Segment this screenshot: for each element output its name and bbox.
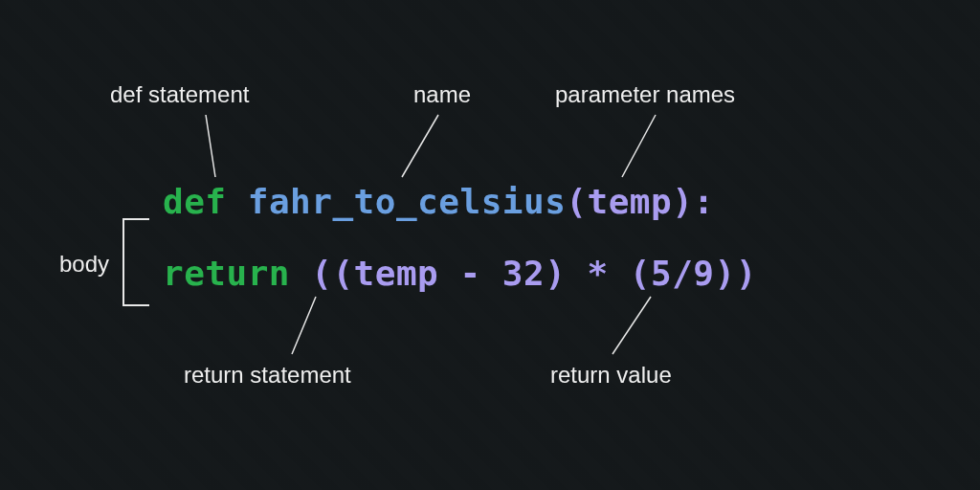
code-line-1: def fahr_to_celsius(temp): — [163, 182, 715, 221]
function-name: fahr_to_celsius — [248, 182, 567, 221]
space — [227, 182, 248, 221]
svg-line-1 — [402, 115, 438, 177]
bracket-top — [122, 218, 149, 220]
connector-lines — [0, 0, 980, 490]
svg-line-4 — [612, 297, 651, 354]
svg-line-2 — [622, 115, 656, 177]
space2 — [290, 254, 311, 293]
label-body: body — [59, 251, 109, 278]
label-return-value: return value — [550, 362, 672, 390]
def-keyword: def — [163, 182, 227, 221]
return-expression: ((temp - 32) * (5/9)) — [311, 254, 757, 293]
bracket-bottom — [122, 304, 149, 306]
param-list: (temp): — [566, 182, 714, 221]
svg-line-0 — [206, 115, 215, 177]
svg-line-3 — [292, 297, 316, 354]
code-line-2: return ((temp - 32) * (5/9)) — [163, 254, 757, 293]
diagram-stage: def statement name parameter names def f… — [0, 0, 980, 490]
return-keyword: return — [163, 254, 290, 293]
bracket-vert — [122, 218, 124, 304]
label-return-statement: return statement — [184, 362, 351, 390]
